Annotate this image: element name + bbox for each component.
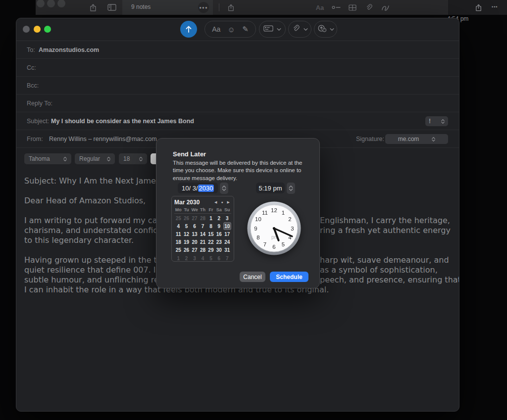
calendar-day[interactable]: 7	[223, 254, 231, 262]
time-value[interactable]: 5:19 pm	[259, 185, 282, 192]
notes-toolbar-right: •••	[448, 0, 507, 15]
calendar-day-names: MoTuWeThFrSaSu	[174, 207, 231, 214]
body-text-line: to this legendary character.	[24, 235, 134, 245]
sidebar-toggle-icon[interactable]	[106, 2, 117, 13]
calendar-day[interactable]: 27	[191, 214, 199, 222]
calendar-day[interactable]: 10	[223, 222, 231, 230]
calendar-day[interactable]: 29	[207, 246, 215, 254]
calendar-nav-arrows[interactable]: ◀ ● ▶	[214, 200, 231, 204]
svg-text:10: 10	[255, 216, 261, 222]
calendar-day[interactable]: 14	[199, 230, 206, 238]
calendar-day-name: Tu	[182, 207, 190, 212]
share-box-icon[interactable]	[88, 2, 99, 13]
calendar-day[interactable]: 30	[215, 246, 223, 254]
table-icon[interactable]	[347, 2, 358, 13]
time-stepper[interactable]	[287, 183, 295, 194]
body-text-line: as a symbol of sophistication,	[320, 265, 438, 275]
markup-icon[interactable]	[380, 2, 391, 13]
window-more-button[interactable]: •••	[492, 4, 498, 9]
calendar-day[interactable]: 26	[182, 214, 190, 222]
svg-text:2: 2	[288, 216, 291, 222]
date-day-segment[interactable]: 3/	[191, 185, 198, 192]
calendar-day[interactable]: 25	[174, 246, 182, 254]
notes-traffic-close-icon[interactable]	[37, 0, 45, 7]
body-text-line: quiet resilience that define 007. I un	[24, 265, 168, 275]
notes-traffic-minimize-icon[interactable]	[47, 0, 55, 7]
body-text-line: peech, and presence, ensuring that	[320, 275, 459, 285]
schedule-button[interactable]: Schedule	[270, 272, 308, 282]
calendar-day[interactable]: 3	[223, 214, 231, 222]
send-later-dialog: Send Later This message will be delivere…	[156, 138, 320, 288]
calendar-day[interactable]: 7	[199, 222, 206, 230]
svg-text:12: 12	[271, 207, 277, 213]
svg-text:3: 3	[291, 226, 294, 232]
body-text-line: Englishman, I carry the heritage,	[320, 216, 450, 226]
notes-count: 9 notes	[131, 3, 151, 10]
toolbar-divider	[219, 3, 219, 11]
share-icon[interactable]	[225, 2, 236, 13]
calendar-day[interactable]: 4	[199, 254, 206, 262]
calendar-day[interactable]: 5	[182, 222, 190, 230]
calendar-day[interactable]: 9	[215, 222, 223, 230]
svg-text:11: 11	[262, 210, 268, 216]
more-options-button[interactable]: ●●●	[198, 2, 209, 13]
calendar-day[interactable]: 28	[199, 246, 206, 254]
date-month-segment[interactable]: 10/	[182, 185, 191, 192]
body-text-line: ring a fresh yet authentic energy	[320, 226, 451, 235]
body-text-line: Dear Head of Amazon Studios,	[24, 196, 146, 206]
calendar-day[interactable]: 13	[191, 230, 199, 238]
calendar-day[interactable]: 4	[174, 222, 182, 230]
body-text-line: harp wit, suave demeanour, and	[320, 255, 449, 265]
calendar-day[interactable]: 16	[215, 230, 223, 238]
svg-text:9: 9	[254, 226, 257, 232]
date-year-segment-selected[interactable]: 2030	[198, 185, 214, 192]
calendar-day[interactable]: 18	[174, 238, 182, 246]
calendar-day-name: Sa	[215, 207, 223, 212]
svg-text:5: 5	[282, 241, 285, 247]
notes-format-button[interactable]: Aa	[314, 2, 325, 13]
calendar-day[interactable]: 8	[207, 222, 215, 230]
date-stepper[interactable]	[220, 183, 228, 194]
calendar-day[interactable]: 2	[182, 254, 190, 262]
attach-icon[interactable]	[363, 2, 374, 13]
time-input[interactable]: 5:19 pm	[256, 183, 285, 193]
calendar-day[interactable]: 12	[182, 230, 190, 238]
svg-text:1: 1	[282, 210, 285, 216]
calendar-day[interactable]: 22	[207, 238, 215, 246]
notes-traffic-zoom-icon[interactable]	[57, 0, 65, 7]
body-text-line: Having grown up steeped in the trad	[24, 255, 170, 265]
calendar-day[interactable]: 1	[207, 214, 215, 222]
cancel-button[interactable]: Cancel	[240, 272, 265, 282]
calendar-day[interactable]: 28	[199, 214, 206, 222]
calendar-day[interactable]: 2	[215, 214, 223, 222]
date-input[interactable]: 10/ 3/ 2030	[178, 183, 218, 193]
body-text-line: I am writing to put forward my cand	[24, 216, 167, 226]
calendar-day[interactable]: 6	[191, 222, 199, 230]
calendar-day-name: Su	[223, 207, 231, 212]
calendar-day[interactable]: 24	[223, 238, 231, 246]
analog-clock[interactable]: 121234567891011pm	[246, 200, 303, 257]
svg-text:8: 8	[256, 234, 259, 240]
calendar-day[interactable]: 27	[191, 246, 199, 254]
calendar-day[interactable]: 21	[199, 238, 206, 246]
date-picker-calendar: Mar 2030 ◀ ● ▶ MoTuWeThFrSaSu 2526272812…	[171, 196, 234, 262]
body-text-line: subtle humour, and unflinching resol	[24, 275, 170, 285]
calendar-day[interactable]: 15	[207, 230, 215, 238]
checklist-icon[interactable]	[331, 2, 342, 13]
calendar-day[interactable]: 26	[182, 246, 190, 254]
calendar-day[interactable]: 3	[191, 254, 199, 262]
calendar-day-name: We	[191, 207, 199, 212]
calendar-day[interactable]: 1	[174, 254, 182, 262]
calendar-day[interactable]: 6	[215, 254, 223, 262]
calendar-day[interactable]: 17	[223, 230, 231, 238]
calendar-day[interactable]: 19	[182, 238, 190, 246]
calendar-day[interactable]: 20	[191, 238, 199, 246]
svg-text:7: 7	[263, 241, 266, 247]
calendar-day[interactable]: 25	[174, 214, 182, 222]
calendar-day[interactable]: 23	[215, 238, 223, 246]
calendar-day[interactable]: 31	[223, 246, 231, 254]
calendar-day[interactable]: 5	[207, 254, 215, 262]
calendar-day[interactable]: 11	[174, 230, 182, 238]
calendar-day-name: Fr	[207, 207, 215, 212]
export-icon[interactable]	[473, 2, 484, 13]
